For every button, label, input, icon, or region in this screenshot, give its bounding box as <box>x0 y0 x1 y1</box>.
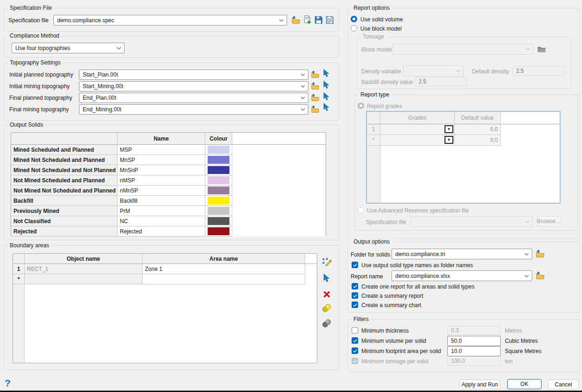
minimum-volume-label: Minimum volume per solid <box>361 338 426 344</box>
summary-chart-checkbox[interactable] <box>352 302 358 308</box>
save-spec-as-icon[interactable] <box>326 16 334 24</box>
object-name-cell[interactable] <box>25 274 143 284</box>
initial-planned-topography-combo[interactable]: Start_Plan.00t <box>79 70 308 80</box>
minimum-tonnage-field[interactable]: 100.0 <box>447 356 501 366</box>
spheres-yellow-icon[interactable] <box>322 304 331 312</box>
chevron-down-icon <box>279 19 284 22</box>
solid-name-cell[interactable]: Backfill <box>118 196 205 206</box>
solid-name-cell[interactable]: MnSnP <box>118 165 205 175</box>
backfill-density-field[interactable]: 2.5 <box>415 77 467 86</box>
initial-mining-topography-label: Initial mining topography <box>9 83 70 90</box>
object-name-cell[interactable]: RECT_1 <box>25 264 143 274</box>
pick-from-view-icon[interactable] <box>323 274 330 283</box>
group-title: Compliance Method <box>8 32 61 39</box>
open-folder-icon[interactable] <box>311 105 320 113</box>
help-icon[interactable]: ? <box>5 378 11 388</box>
default-density-field[interactable]: 2.5 <box>512 66 564 76</box>
one-report-checkbox[interactable] <box>352 283 358 289</box>
default-value-cell[interactable]: 0.0 <box>455 135 501 146</box>
colour-swatch <box>208 207 229 215</box>
filler-header <box>501 112 560 124</box>
area-name-column-header: Area name <box>143 254 305 264</box>
colour-swatch <box>208 197 229 205</box>
open-folder-icon[interactable] <box>536 250 545 257</box>
initial-mining-topography-combo[interactable]: Start_Mining.00t <box>79 81 308 91</box>
use-solid-volume-radio[interactable] <box>351 16 357 22</box>
solid-colour-cell[interactable] <box>205 175 232 186</box>
ok-button[interactable]: OK <box>507 379 542 389</box>
one-report-label: Create one report for all areas and soli… <box>361 283 474 290</box>
pick-from-view-icon[interactable] <box>323 103 329 111</box>
advanced-spec-file-combo[interactable] <box>410 216 533 227</box>
solid-colour-cell[interactable] <box>205 155 232 165</box>
solid-type-label: Not Classified <box>11 216 118 226</box>
solid-colour-cell[interactable] <box>205 186 232 196</box>
solid-name-cell[interactable]: MnSP <box>118 155 205 165</box>
open-folder-icon[interactable] <box>311 82 320 90</box>
pick-from-view-icon[interactable] <box>323 69 329 77</box>
specification-file-combo[interactable]: demo.compliance.spec <box>53 15 287 26</box>
minimum-volume-checkbox[interactable] <box>352 337 358 344</box>
minimum-footprint-field[interactable]: 10.0 <box>447 346 501 356</box>
area-name-cell[interactable]: Zone 1 <box>143 264 305 274</box>
solid-name-cell[interactable]: nMSP <box>118 175 205 186</box>
solid-name-cell[interactable]: nMnSP <box>118 186 205 196</box>
pick-from-view-icon[interactable] <box>323 92 329 101</box>
solid-name-cell[interactable]: Rejected <box>118 226 205 237</box>
browse-button[interactable]: Browse... <box>536 216 561 226</box>
solid-colour-cell[interactable] <box>205 216 232 226</box>
use-advanced-reserves-radio[interactable] <box>358 207 364 213</box>
compliance-method-combo[interactable]: Use four topographies <box>12 43 124 53</box>
final-mining-topography-label: Final mining topography <box>9 106 69 113</box>
open-folder-icon[interactable] <box>311 94 320 101</box>
save-spec-icon[interactable] <box>314 16 323 24</box>
open-folder-icon[interactable] <box>291 16 301 24</box>
digitise-icon[interactable] <box>322 258 332 267</box>
use-block-model-label: Use block model <box>360 26 402 32</box>
minimum-volume-unit: Cubic Metres <box>505 338 538 344</box>
density-variable-combo[interactable] <box>403 65 464 77</box>
folder-for-solids-combo[interactable]: demo.compliance.tri <box>392 249 532 259</box>
cancel-button[interactable]: Cancel <box>548 379 579 389</box>
minimum-thickness-checkbox[interactable] <box>352 327 358 334</box>
group-title: Output options <box>352 238 392 245</box>
spheres-gray-icon[interactable] <box>322 319 331 328</box>
default-value-cell[interactable]: 0.0 <box>455 124 501 135</box>
summary-report-checkbox[interactable] <box>352 292 358 299</box>
area-name-cell[interactable] <box>143 274 305 284</box>
use-block-model-radio[interactable] <box>351 25 357 32</box>
final-planned-topography-combo[interactable]: End_Plan.00t <box>79 93 308 103</box>
pick-from-view-icon[interactable] <box>323 81 329 89</box>
report-name-combo[interactable]: demo.compliance.xlsx <box>392 270 532 281</box>
solid-name-cell[interactable]: PrM <box>118 206 205 216</box>
solid-colour-cell[interactable] <box>205 196 232 206</box>
solid-colour-cell[interactable] <box>205 145 232 155</box>
open-folder-icon[interactable] <box>311 71 320 78</box>
apply-and-run-button[interactable]: Apply and Run <box>459 379 500 389</box>
minimum-footprint-checkbox[interactable] <box>352 347 358 354</box>
delete-row-icon[interactable] <box>323 291 330 298</box>
open-folder-icon[interactable] <box>536 271 545 279</box>
final-mining-topography-combo[interactable]: End_Mining.00t <box>79 104 308 115</box>
minimum-thickness-field[interactable]: 0.3 <box>447 326 501 335</box>
row-number: 1 <box>13 264 25 274</box>
solid-colour-cell[interactable] <box>205 206 232 216</box>
summary-chart-label: Create a summary chart <box>361 302 421 308</box>
dropdown-button[interactable]: ▼ <box>445 125 453 133</box>
report-grades-radio[interactable] <box>358 103 364 109</box>
solid-colour-cell[interactable] <box>205 226 232 237</box>
grade-cell[interactable]: ▼ <box>380 135 455 146</box>
minimum-tonnage-checkbox[interactable] <box>352 358 358 364</box>
block-model-combo[interactable] <box>392 44 533 55</box>
dropdown-button[interactable]: ▼ <box>445 136 453 144</box>
solid-name-cell[interactable]: MSP <box>118 145 205 155</box>
new-spec-file-icon[interactable] <box>303 15 312 24</box>
open-folder-disabled-icon <box>537 45 546 53</box>
grade-cell[interactable]: ▼ <box>380 124 455 135</box>
summary-report-label: Create a summary report <box>361 293 423 299</box>
solid-colour-cell[interactable] <box>205 165 232 175</box>
block-model-label: Block model <box>361 46 392 53</box>
minimum-volume-field[interactable]: 50.0 <box>447 336 501 346</box>
use-type-names-checkbox[interactable] <box>352 262 358 268</box>
solid-name-cell[interactable]: NC <box>118 216 205 226</box>
